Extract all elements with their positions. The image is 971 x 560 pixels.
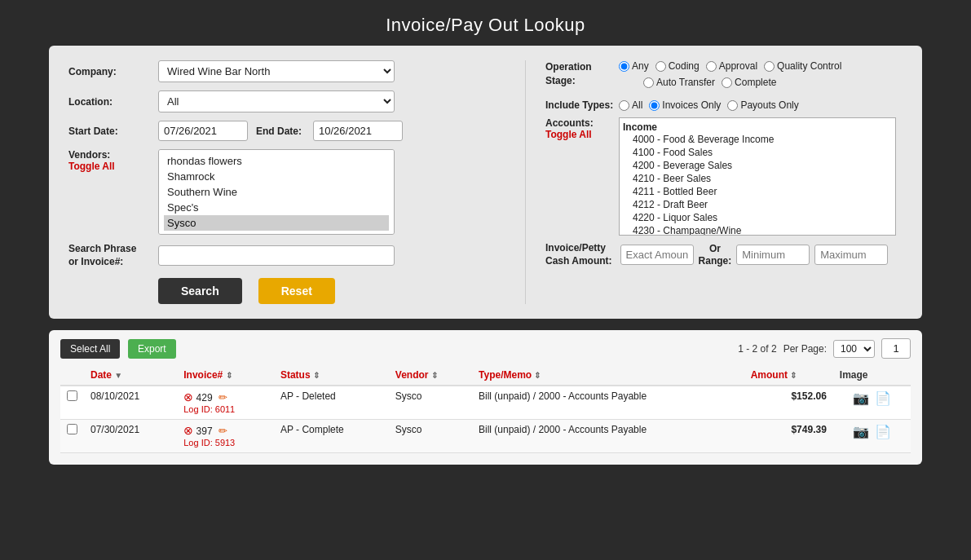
col-amount[interactable]: Amount ⇕ bbox=[744, 365, 833, 386]
col-invoice[interactable]: Invoice# ⇕ bbox=[177, 365, 274, 386]
row2-delete-icon[interactable]: ⊗ bbox=[183, 424, 193, 437]
op-any-label[interactable]: Any bbox=[619, 60, 649, 72]
row1-date: 08/10/2021 bbox=[84, 386, 177, 420]
operation-stage-block: OperationStage: Any Coding Approval bbox=[545, 60, 903, 93]
accounts-toggle[interactable]: Toggle All bbox=[545, 129, 619, 140]
row2-status: AP - Complete bbox=[274, 420, 389, 453]
search-phrase-row: Search Phraseor Invoice#: bbox=[68, 243, 509, 268]
op-autotransfer-label[interactable]: Auto Transfer bbox=[643, 77, 715, 88]
account-item: 4000 - Food & Beverage Income bbox=[623, 133, 892, 146]
op-qc-label[interactable]: Quality Control bbox=[764, 60, 841, 72]
income-group-label: Income bbox=[623, 121, 892, 133]
row1-edit-icon[interactable]: ✏ bbox=[218, 391, 227, 403]
col-date[interactable]: Date ▼ bbox=[84, 365, 177, 386]
or-range-label: OrRange: bbox=[699, 243, 732, 267]
row2-amount: $749.39 bbox=[744, 420, 833, 453]
end-date-label: End Date: bbox=[256, 126, 302, 137]
location-row: Location: All Location 1 bbox=[68, 90, 509, 112]
search-panel: Company: Wired Wine Bar North Other Comp… bbox=[49, 46, 922, 319]
include-types-label: Include Types: bbox=[545, 99, 619, 111]
accounts-label-block: Accounts: Toggle All bbox=[545, 117, 619, 140]
toolbar-left: Select All Export bbox=[60, 339, 176, 359]
row2-camera-icon[interactable]: 📷 bbox=[853, 425, 869, 439]
date-sort-icon: ▼ bbox=[114, 371, 122, 380]
include-payouts-radio[interactable] bbox=[727, 100, 738, 111]
per-page-select[interactable]: 25 50 100 200 bbox=[833, 340, 875, 358]
per-page-label: Per Page: bbox=[783, 343, 827, 355]
accounts-box[interactable]: Income 4000 - Food & Beverage Income 410… bbox=[619, 117, 896, 236]
location-select[interactable]: All Location 1 bbox=[158, 90, 395, 112]
row1-checkbox[interactable] bbox=[67, 390, 77, 401]
results-toolbar: Select All Export 1 - 2 of 2 Per Page: 2… bbox=[60, 338, 911, 359]
end-date-input[interactable] bbox=[313, 121, 403, 141]
row1-invoice: ⊗ 429 ✏ Log ID: 6011 bbox=[177, 386, 274, 420]
amount-label: Invoice/PettyCash Amount: bbox=[545, 242, 612, 267]
op-approval-label[interactable]: Approval bbox=[706, 60, 757, 72]
vendor-sort-icon: ⇕ bbox=[431, 371, 438, 380]
page-number-input[interactable] bbox=[881, 338, 911, 359]
dates-row: Start Date: End Date: bbox=[68, 121, 509, 141]
include-invoices-radio[interactable] bbox=[649, 100, 660, 111]
row2-checkbox[interactable] bbox=[67, 424, 77, 434]
account-item: 4211 - Bottled Beer bbox=[623, 185, 892, 198]
include-invoices-label[interactable]: Invoices Only bbox=[649, 99, 721, 111]
include-all-radio[interactable] bbox=[619, 100, 629, 111]
maximum-input[interactable] bbox=[814, 245, 888, 265]
op-approval-radio[interactable] bbox=[706, 61, 717, 72]
row2-invoice: ⊗ 397 ✏ Log ID: 5913 bbox=[177, 420, 274, 453]
company-select[interactable]: Wired Wine Bar North Other Company bbox=[158, 60, 395, 82]
row2-edit-icon[interactable]: ✏ bbox=[218, 425, 227, 437]
search-phrase-input[interactable] bbox=[158, 245, 395, 266]
account-item: 4210 - Beer Sales bbox=[623, 172, 892, 185]
op-complete-radio[interactable] bbox=[722, 77, 732, 88]
row2-checkbox-cell bbox=[60, 420, 84, 453]
col-vendor[interactable]: Vendor ⇕ bbox=[389, 365, 472, 386]
pagination-info: 1 - 2 of 2 Per Page: 25 50 100 200 bbox=[738, 338, 911, 359]
row1-camera-icon[interactable]: 📷 bbox=[853, 391, 869, 405]
export-button[interactable]: Export bbox=[128, 339, 176, 359]
op-complete-label[interactable]: Complete bbox=[722, 77, 776, 88]
row1-amount: $152.06 bbox=[744, 386, 833, 420]
vendors-list[interactable]: rhondas flowers Shamrock Southern Wine S… bbox=[158, 149, 395, 235]
start-date-label: Start Date: bbox=[68, 126, 158, 137]
search-button[interactable]: Search bbox=[158, 278, 242, 304]
table-header-row: Date ▼ Invoice# ⇕ Status ⇕ Vendor ⇕ Type… bbox=[60, 365, 911, 386]
row2-log-id: Log ID: 5913 bbox=[183, 438, 235, 448]
row1-delete-icon[interactable]: ⊗ bbox=[183, 390, 193, 403]
row1-doc-icon[interactable]: 📄 bbox=[875, 391, 891, 405]
op-coding-label[interactable]: Coding bbox=[655, 60, 700, 72]
op-autotransfer-radio[interactable] bbox=[643, 77, 654, 88]
op-stage-options: Any Coding Approval Quality Control bbox=[619, 60, 841, 93]
accounts-row: Accounts: Toggle All Income 4000 - Food … bbox=[545, 117, 903, 236]
include-payouts-label[interactable]: Payouts Only bbox=[727, 99, 798, 111]
row1-type-memo: Bill (unpaid) / 2000 - Accounts Payable bbox=[472, 386, 744, 420]
op-stage-row2: Auto Transfer Complete bbox=[643, 77, 841, 88]
op-any-radio[interactable] bbox=[619, 61, 629, 72]
op-qc-radio[interactable] bbox=[764, 61, 775, 72]
vendors-label: Vendors: bbox=[68, 149, 158, 161]
minimum-input[interactable] bbox=[736, 245, 810, 265]
row2-date: 07/30/2021 bbox=[84, 420, 177, 453]
col-status[interactable]: Status ⇕ bbox=[274, 365, 389, 386]
results-table: Date ▼ Invoice# ⇕ Status ⇕ Vendor ⇕ Type… bbox=[60, 365, 911, 453]
row2-doc-icon[interactable]: 📄 bbox=[875, 425, 891, 439]
vendors-row: Vendors: Toggle All rhondas flowers Sham… bbox=[68, 149, 509, 235]
date-row: End Date: bbox=[158, 121, 403, 141]
location-label: Location: bbox=[68, 96, 158, 108]
row2-vendor: Sysco bbox=[389, 420, 472, 453]
col-type-memo[interactable]: Type/Memo ⇕ bbox=[472, 365, 744, 386]
vendors-toggle[interactable]: Toggle All bbox=[68, 161, 158, 172]
op-stage-row1: Any Coding Approval Quality Control bbox=[619, 60, 841, 72]
include-types-row: Include Types: All Invoices Only Payouts… bbox=[545, 99, 903, 111]
reset-button[interactable]: Reset bbox=[258, 278, 335, 304]
include-all-label[interactable]: All bbox=[619, 99, 642, 111]
account-item: 4230 - Champagne/Wine bbox=[623, 224, 892, 236]
exact-amount-input[interactable] bbox=[620, 245, 694, 265]
start-date-input[interactable] bbox=[158, 121, 248, 141]
account-item: 4212 - Draft Beer bbox=[623, 198, 892, 211]
op-coding-radio[interactable] bbox=[655, 61, 666, 72]
select-all-button[interactable]: Select All bbox=[60, 339, 120, 359]
row1-image: 📷 📄 bbox=[833, 386, 911, 420]
search-right: OperationStage: Any Coding Approval bbox=[525, 60, 903, 304]
account-item: 4100 - Food Sales bbox=[623, 146, 892, 159]
